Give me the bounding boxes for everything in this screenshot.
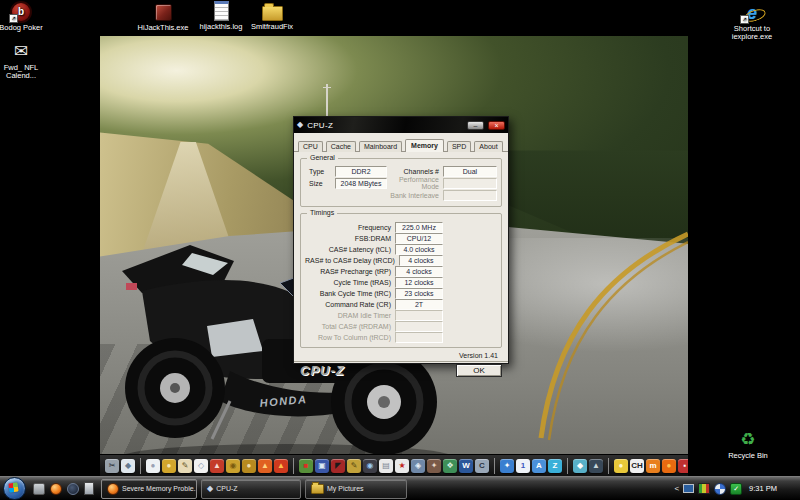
dock-separator [608, 458, 609, 474]
tab-mainboard[interactable]: Mainboard [359, 141, 402, 152]
status-tray-icon[interactable] [698, 483, 710, 494]
close-button[interactable]: × [488, 121, 505, 130]
tab-cache[interactable]: Cache [326, 141, 356, 152]
icon-label: HiJackThis.exe [138, 23, 189, 32]
dock-camera-icon: ◉ [363, 459, 377, 473]
taskbar: Severe Memory Proble... ◆ CPU-Z My Pictu… [0, 476, 800, 500]
firefox-quicklaunch-icon[interactable] [50, 483, 62, 495]
desktop-icon-fwd-nfl-email[interactable]: ✉ Fwd_ NFL Calend... [0, 42, 50, 80]
desktop-icon-smitfraudfix[interactable]: SmitfraudFix [242, 1, 302, 31]
windows-logo-icon [8, 482, 18, 492]
ras-precharge-label: RAS# Precharge (tRP) [305, 268, 395, 275]
cpuz-bottom-bar: CPU-Z OK [294, 361, 508, 380]
dock-c-icon: C [475, 459, 489, 473]
dock-fox-icon: ▲ [210, 459, 224, 473]
cpuz-window: ◆ CPU-Z – × CPU Cache Mainboard Memory S… [293, 116, 509, 364]
dock-chart-icon: ■ [299, 459, 313, 473]
channels-value: Dual [443, 166, 497, 177]
desktop-icon-iexplore-shortcut[interactable]: e ↗ Shortcut to iexplore.exe [722, 3, 782, 41]
version-text: Version 1.41 [459, 352, 498, 359]
icon-label: hijackthis.log [200, 22, 243, 31]
dock-flag-icon: ◤ [331, 459, 345, 473]
dock-gem-icon: ◇ [194, 459, 208, 473]
cpuz-tab-bar: CPU Cache Mainboard Memory SPD About [294, 133, 508, 152]
type-label: Type [305, 168, 335, 175]
show-desktop-icon[interactable] [33, 483, 45, 495]
taskbar-clock[interactable]: 9:31 PM [749, 484, 777, 493]
dock-pencil-icon: ✎ [178, 459, 192, 473]
dock-paper-icon: ◆ [121, 459, 135, 473]
wallpaper-dock: ✂◆●●✎◇▲◉●▲▲■▣◤✎◉▤★◈✦❖WC✦1AZ◆▲●CHm●▪ [100, 454, 688, 476]
frequency-label: Frequency [305, 224, 395, 231]
dock-pencil2-icon: ✎ [347, 459, 361, 473]
dock-fist-icon: ✦ [427, 459, 441, 473]
icon-label: Calend... [0, 72, 50, 80]
minimize-button[interactable]: – [467, 121, 484, 130]
antivirus-tray-icon[interactable]: ✓ [730, 483, 742, 495]
size-label: Size [305, 180, 335, 187]
tab-cpu[interactable]: CPU [298, 141, 323, 152]
total-cas-label: Total CAS# (tRDRAM) [305, 323, 395, 330]
cpuz-icon: ◆ [207, 484, 213, 493]
dock-ball-icon: ● [162, 459, 176, 473]
task-label: My Pictures [327, 485, 364, 492]
tray-expand-chevron-icon[interactable]: < [674, 484, 679, 494]
document-quicklaunch-icon[interactable] [84, 482, 94, 495]
dock-red-icon: ▪ [678, 459, 688, 473]
total-cas-value [395, 321, 443, 332]
icon-label: iexplore.exe [722, 33, 782, 41]
dock-separator [567, 458, 568, 474]
general-legend: General [307, 154, 338, 161]
ras-precharge-value: 4 clocks [395, 266, 443, 277]
firefox-icon [107, 483, 119, 495]
dock-globe-icon: ◈ [411, 459, 425, 473]
bodog-poker-icon: b ↗ [10, 2, 32, 22]
dock-z-icon: Z [548, 459, 562, 473]
start-button[interactable] [3, 477, 26, 500]
fsb-dram-label: FSB:DRAM [305, 235, 395, 242]
timings-groupbox: Timings Frequency 225.0 MHz FSB:DRAM CPU… [300, 213, 502, 348]
icon-label: Recycle Bin [728, 451, 768, 460]
cycle-time-label: Cycle Time (tRAS) [305, 279, 395, 286]
pinwheel-tray-icon[interactable] [714, 483, 726, 495]
dock-separator [140, 458, 141, 474]
shortcut-arrow-icon: ↗ [9, 14, 18, 23]
fsb-dram-value: CPU/12 [395, 233, 443, 244]
task-label: Severe Memory Proble... [122, 485, 197, 492]
media-player-quicklaunch-icon[interactable] [67, 483, 79, 495]
dram-idle-timer-label: DRAM Idle Timer [305, 312, 395, 319]
desktop-icon-bodog-poker[interactable]: b ↗ Bodog Poker [0, 2, 50, 32]
dock-leaf-icon: ❖ [443, 459, 457, 473]
internet-explorer-icon: e ↗ [741, 3, 763, 23]
folder-icon [261, 1, 283, 21]
dock-firefox-icon: ● [662, 459, 676, 473]
bank-interleave-value [443, 190, 497, 201]
icon-label: SmitfraudFix [251, 22, 293, 31]
cpuz-logo: CPU-Z [300, 363, 345, 378]
recycle-bin-icon: ♻ [737, 430, 759, 450]
display-tray-icon[interactable] [683, 484, 694, 493]
tab-about[interactable]: About [474, 141, 502, 152]
window-title: CPU-Z [307, 121, 463, 130]
dock-m-icon: m [646, 459, 660, 473]
dram-idle-timer-value [395, 310, 443, 321]
dock-coin-icon: ◉ [226, 459, 240, 473]
tab-memory[interactable]: Memory [405, 139, 444, 152]
dock-floppy-icon: ▣ [315, 459, 329, 473]
command-rate-value: 2T [395, 299, 443, 310]
ras-to-cas-label: RAS# to CAS# Delay (tRCD) [305, 257, 399, 264]
taskbar-button-my-pictures[interactable]: My Pictures [305, 479, 407, 499]
ok-button[interactable]: OK [456, 364, 502, 377]
dock-separator [293, 458, 294, 474]
cpuz-app-icon: ◆ [297, 121, 303, 129]
desktop-icon-hijackthis-exe[interactable]: HiJackThis.exe [133, 2, 193, 32]
dock-sun-icon: ● [614, 459, 628, 473]
shortcut-arrow-icon: ↗ [740, 15, 749, 24]
tab-spd[interactable]: SPD [447, 141, 471, 152]
cpuz-titlebar[interactable]: ◆ CPU-Z – × [294, 117, 508, 133]
taskbar-button-cpuz[interactable]: ◆ CPU-Z [201, 479, 301, 499]
system-tray: < ✓ 9:31 PM [674, 483, 797, 495]
taskbar-button-firefox[interactable]: Severe Memory Proble... [101, 479, 197, 499]
dock-ch-icon: CH [630, 459, 644, 473]
desktop-icon-recycle-bin[interactable]: ♻ Recycle Bin [718, 430, 778, 460]
